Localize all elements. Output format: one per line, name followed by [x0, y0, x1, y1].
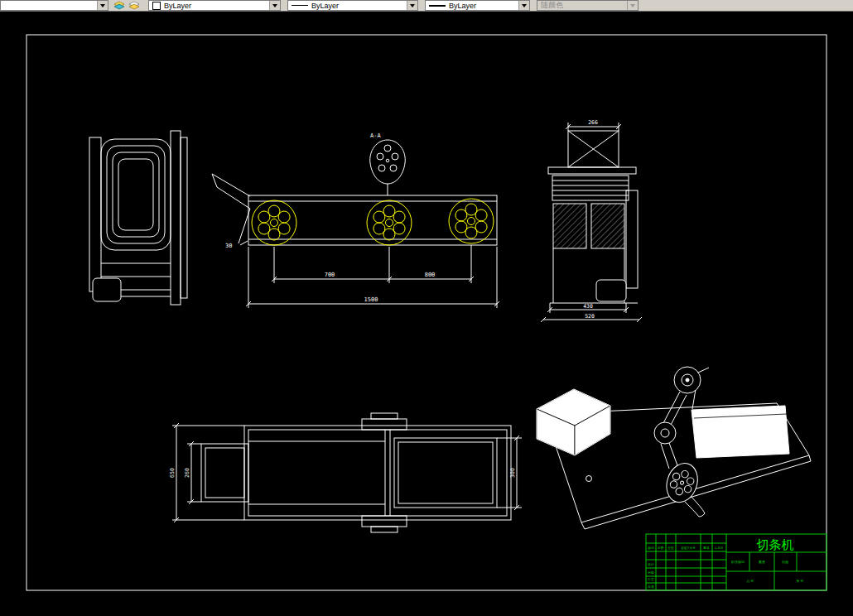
dim-front-left: 700: [325, 272, 335, 278]
linetype-sample-icon: [292, 5, 308, 6]
dim-plan-right: 300: [509, 468, 516, 478]
titleblock-label: 重量: [758, 560, 765, 564]
color-combo-label: ByLayer: [164, 2, 191, 10]
make-layer-current-button[interactable]: [112, 0, 127, 11]
titleblock-label: 签名: [703, 546, 710, 550]
titleblock-label: 分区: [667, 546, 674, 550]
section-label: A-A: [370, 132, 381, 139]
application-window: ByLayer ByLayer ByLayer 随颜色: [0, 0, 853, 616]
titleblock-label: 批准: [648, 585, 654, 589]
layers-icon: [113, 1, 125, 10]
linetype-combo-label: ByLayer: [311, 2, 339, 10]
drawing-frame: [27, 35, 826, 590]
layer-previous-icon: [128, 1, 140, 10]
view-front: A-A 30 700 800 1500: [212, 132, 499, 308]
dim-plan-left: 260: [184, 468, 190, 478]
titleblock-label: 共 张: [746, 579, 754, 583]
titleblock-label: 第 张: [796, 579, 803, 583]
plotstyle-combo-label: 随颜色: [541, 0, 563, 11]
title-block: 切条机 标记 处数 分区 更改文件号 签名 年月日 设计 审核 工艺 批准 阶段…: [646, 534, 826, 590]
chevron-down-icon: [410, 4, 415, 7]
view-isometric: [537, 367, 811, 529]
dim-side-top: 266: [588, 119, 598, 126]
cutter-wheel: [367, 200, 412, 245]
lineweight-combo-arrow[interactable]: [518, 1, 529, 10]
properties-toolbar: ByLayer ByLayer ByLayer 随颜色: [0, 0, 853, 12]
linetype-combo-arrow[interactable]: [407, 1, 417, 10]
dim-front-total: 1500: [364, 296, 378, 303]
chevron-down-icon: [522, 4, 527, 7]
lineweight-sample-icon: [429, 5, 446, 7]
lineweight-combo-label: ByLayer: [449, 2, 476, 10]
chevron-down-icon: [630, 4, 635, 7]
cutter-wheel: [252, 200, 296, 245]
view-spool-side: [89, 131, 187, 305]
cutter-wheel: [449, 199, 494, 243]
titleblock-label: 年月日: [715, 546, 724, 550]
view-plan: 650 260 300: [169, 413, 522, 532]
titleblock-label: 工艺: [648, 577, 654, 581]
chevron-down-icon: [272, 4, 277, 7]
layer-combo-arrow[interactable]: [97, 1, 108, 10]
titleblock-label: 更改文件号: [681, 546, 696, 550]
dim-side-outer: 520: [585, 313, 595, 320]
plotstyle-combo-arrow: [627, 1, 638, 10]
dim-front-note: 30: [225, 243, 232, 249]
dim-front-right: 800: [425, 272, 436, 278]
drawing-svg[interactable]: A-A 30 700 800 1500: [0, 12, 853, 616]
titleblock-label: 设计: [648, 562, 654, 566]
titleblock-label: 标记: [648, 546, 654, 551]
layer-combo[interactable]: [0, 0, 108, 11]
view-side-section: 266 430: [541, 119, 642, 322]
titleblock-label: 处数: [658, 546, 664, 550]
titleblock-label: 审核: [648, 570, 654, 575]
layer-previous-button[interactable]: [127, 0, 142, 11]
lineweight-combo[interactable]: ByLayer: [425, 0, 530, 11]
dim-side-inner: 430: [583, 303, 593, 310]
chevron-down-icon: [100, 4, 105, 7]
dim-plan-outer: 650: [169, 468, 176, 478]
model-space-canvas[interactable]: A-A 30 700 800 1500: [0, 12, 853, 616]
titleblock-drawing-title: 切条机: [757, 537, 794, 551]
titleblock-label: 比例: [782, 560, 788, 565]
titleblock-label: 阶段标记: [731, 560, 745, 565]
color-combo[interactable]: ByLayer: [148, 0, 281, 11]
linetype-combo[interactable]: ByLayer: [287, 0, 418, 11]
color-swatch: [152, 2, 161, 10]
color-combo-arrow[interactable]: [269, 1, 280, 10]
plotstyle-combo: 随颜色: [537, 0, 639, 11]
